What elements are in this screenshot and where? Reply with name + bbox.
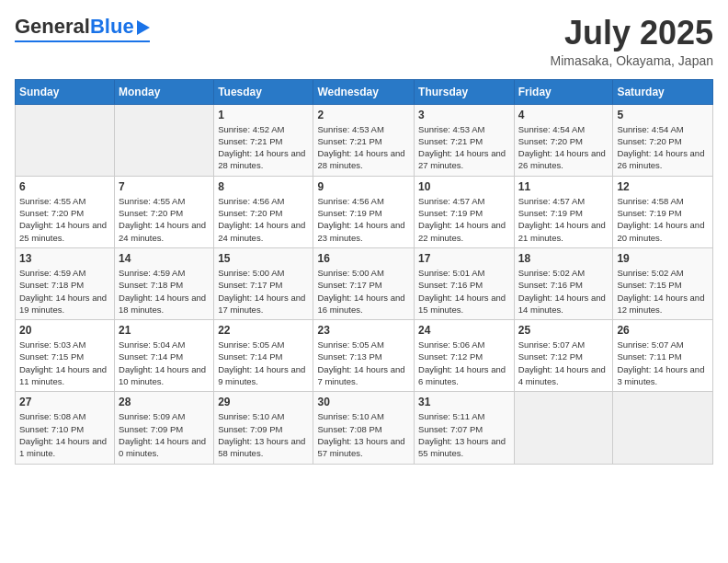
day-info: Sunrise: 5:10 AM Sunset: 7:09 PM Dayligh… xyxy=(218,410,309,459)
day-info: Sunrise: 4:54 AM Sunset: 7:20 PM Dayligh… xyxy=(518,123,609,172)
day-number: 4 xyxy=(518,109,609,121)
calendar-cell xyxy=(115,104,214,176)
calendar-cell: 8Sunrise: 4:56 AM Sunset: 7:20 PM Daylig… xyxy=(214,176,313,247)
day-info: Sunrise: 4:57 AM Sunset: 7:19 PM Dayligh… xyxy=(418,195,510,244)
day-number: 24 xyxy=(418,324,510,337)
day-number: 11 xyxy=(518,180,609,193)
day-info: Sunrise: 5:02 AM Sunset: 7:16 PM Dayligh… xyxy=(518,267,609,316)
calendar-cell: 22Sunrise: 5:05 AM Sunset: 7:14 PM Dayli… xyxy=(214,320,313,392)
header-row: SundayMondayTuesdayWednesdayThursdayFrid… xyxy=(16,79,713,104)
calendar-body: 1Sunrise: 4:52 AM Sunset: 7:21 PM Daylig… xyxy=(16,104,713,464)
day-info: Sunrise: 4:58 AM Sunset: 7:19 PM Dayligh… xyxy=(617,195,709,244)
calendar-cell: 16Sunrise: 5:00 AM Sunset: 7:17 PM Dayli… xyxy=(313,247,415,319)
day-info: Sunrise: 5:05 AM Sunset: 7:14 PM Dayligh… xyxy=(218,339,309,387)
logo-general-text: General xyxy=(15,15,90,39)
day-info: Sunrise: 5:02 AM Sunset: 7:15 PM Dayligh… xyxy=(617,267,709,316)
day-info: Sunrise: 4:59 AM Sunset: 7:18 PM Dayligh… xyxy=(19,267,110,316)
calendar-cell: 11Sunrise: 4:57 AM Sunset: 7:19 PM Dayli… xyxy=(514,176,613,247)
day-of-week-header: Tuesday xyxy=(214,79,313,104)
calendar-week-row: 20Sunrise: 5:03 AM Sunset: 7:15 PM Dayli… xyxy=(16,320,713,392)
calendar-cell: 29Sunrise: 5:10 AM Sunset: 7:09 PM Dayli… xyxy=(214,392,313,464)
day-number: 17 xyxy=(418,252,510,265)
day-number: 18 xyxy=(518,252,609,265)
title-area: July 2025 Mimasaka, Okayama, Japan xyxy=(551,15,713,68)
day-number: 30 xyxy=(317,396,410,408)
day-of-week-header: Saturday xyxy=(613,79,713,104)
calendar-cell: 18Sunrise: 5:02 AM Sunset: 7:16 PM Dayli… xyxy=(514,247,613,319)
day-of-week-header: Friday xyxy=(514,79,613,104)
calendar-cell xyxy=(16,104,115,176)
calendar-cell: 17Sunrise: 5:01 AM Sunset: 7:16 PM Dayli… xyxy=(415,247,515,319)
day-info: Sunrise: 5:00 AM Sunset: 7:17 PM Dayligh… xyxy=(218,267,309,316)
day-number: 10 xyxy=(418,180,510,193)
calendar-cell xyxy=(613,392,713,464)
day-info: Sunrise: 4:55 AM Sunset: 7:20 PM Dayligh… xyxy=(119,195,210,244)
day-info: Sunrise: 4:56 AM Sunset: 7:20 PM Dayligh… xyxy=(218,195,309,244)
day-info: Sunrise: 5:00 AM Sunset: 7:17 PM Dayligh… xyxy=(317,267,410,316)
day-info: Sunrise: 5:11 AM Sunset: 7:07 PM Dayligh… xyxy=(418,410,510,459)
calendar-cell: 4Sunrise: 4:54 AM Sunset: 7:20 PM Daylig… xyxy=(514,104,613,176)
calendar-week-row: 13Sunrise: 4:59 AM Sunset: 7:18 PM Dayli… xyxy=(16,247,713,319)
day-number: 14 xyxy=(119,252,210,265)
calendar-cell: 24Sunrise: 5:06 AM Sunset: 7:12 PM Dayli… xyxy=(415,320,515,392)
calendar-cell: 5Sunrise: 4:54 AM Sunset: 7:20 PM Daylig… xyxy=(613,104,713,176)
day-number: 7 xyxy=(119,180,210,193)
calendar-cell: 1Sunrise: 4:52 AM Sunset: 7:21 PM Daylig… xyxy=(214,104,313,176)
day-info: Sunrise: 4:53 AM Sunset: 7:21 PM Dayligh… xyxy=(317,123,410,172)
calendar-week-row: 1Sunrise: 4:52 AM Sunset: 7:21 PM Daylig… xyxy=(16,104,713,176)
day-info: Sunrise: 4:57 AM Sunset: 7:19 PM Dayligh… xyxy=(518,195,609,244)
day-info: Sunrise: 4:55 AM Sunset: 7:20 PM Dayligh… xyxy=(19,195,110,244)
day-number: 13 xyxy=(19,252,110,265)
day-number: 27 xyxy=(19,396,110,408)
day-number: 12 xyxy=(617,180,709,193)
calendar-cell: 2Sunrise: 4:53 AM Sunset: 7:21 PM Daylig… xyxy=(313,104,415,176)
day-of-week-header: Wednesday xyxy=(313,79,415,104)
calendar-cell: 30Sunrise: 5:10 AM Sunset: 7:08 PM Dayli… xyxy=(313,392,415,464)
calendar-header: SundayMondayTuesdayWednesdayThursdayFrid… xyxy=(16,79,713,104)
day-info: Sunrise: 5:07 AM Sunset: 7:11 PM Dayligh… xyxy=(617,339,709,387)
day-number: 5 xyxy=(617,109,709,121)
calendar-cell: 13Sunrise: 4:59 AM Sunset: 7:18 PM Dayli… xyxy=(16,247,115,319)
calendar-cell: 31Sunrise: 5:11 AM Sunset: 7:07 PM Dayli… xyxy=(415,392,515,464)
day-info: Sunrise: 5:10 AM Sunset: 7:08 PM Dayligh… xyxy=(317,410,410,459)
month-title: July 2025 xyxy=(551,15,713,52)
location-text: Mimasaka, Okayama, Japan xyxy=(551,53,713,68)
calendar-cell: 7Sunrise: 4:55 AM Sunset: 7:20 PM Daylig… xyxy=(115,176,214,247)
calendar-cell: 19Sunrise: 5:02 AM Sunset: 7:15 PM Dayli… xyxy=(613,247,713,319)
calendar-cell: 26Sunrise: 5:07 AM Sunset: 7:11 PM Dayli… xyxy=(613,320,713,392)
day-number: 1 xyxy=(218,109,309,121)
day-number: 15 xyxy=(218,252,309,265)
day-number: 2 xyxy=(317,109,410,121)
calendar-cell: 23Sunrise: 5:05 AM Sunset: 7:13 PM Dayli… xyxy=(313,320,415,392)
logo-arrow-icon xyxy=(137,20,150,35)
calendar-cell: 27Sunrise: 5:08 AM Sunset: 7:10 PM Dayli… xyxy=(16,392,115,464)
day-info: Sunrise: 4:59 AM Sunset: 7:18 PM Dayligh… xyxy=(119,267,210,316)
day-info: Sunrise: 4:53 AM Sunset: 7:21 PM Dayligh… xyxy=(418,123,510,172)
calendar-cell: 3Sunrise: 4:53 AM Sunset: 7:21 PM Daylig… xyxy=(415,104,515,176)
calendar-cell: 10Sunrise: 4:57 AM Sunset: 7:19 PM Dayli… xyxy=(415,176,515,247)
calendar-week-row: 6Sunrise: 4:55 AM Sunset: 7:20 PM Daylig… xyxy=(16,176,713,247)
day-number: 26 xyxy=(617,324,709,337)
day-number: 16 xyxy=(317,252,410,265)
logo: General Blue xyxy=(15,15,150,42)
day-number: 9 xyxy=(317,180,410,193)
calendar-week-row: 27Sunrise: 5:08 AM Sunset: 7:10 PM Dayli… xyxy=(16,392,713,464)
day-info: Sunrise: 5:08 AM Sunset: 7:10 PM Dayligh… xyxy=(19,410,110,459)
day-info: Sunrise: 5:01 AM Sunset: 7:16 PM Dayligh… xyxy=(418,267,510,316)
day-number: 21 xyxy=(119,324,210,337)
calendar-table: SundayMondayTuesdayWednesdayThursdayFrid… xyxy=(15,79,713,465)
calendar-cell: 6Sunrise: 4:55 AM Sunset: 7:20 PM Daylig… xyxy=(16,176,115,247)
day-number: 19 xyxy=(617,252,709,265)
calendar-cell: 15Sunrise: 5:00 AM Sunset: 7:17 PM Dayli… xyxy=(214,247,313,319)
day-number: 29 xyxy=(218,396,309,408)
calendar-cell: 21Sunrise: 5:04 AM Sunset: 7:14 PM Dayli… xyxy=(115,320,214,392)
day-number: 8 xyxy=(218,180,309,193)
logo-blue-text: Blue xyxy=(90,15,134,39)
calendar-cell: 14Sunrise: 4:59 AM Sunset: 7:18 PM Dayli… xyxy=(115,247,214,319)
day-info: Sunrise: 5:05 AM Sunset: 7:13 PM Dayligh… xyxy=(317,339,410,387)
calendar-cell: 20Sunrise: 5:03 AM Sunset: 7:15 PM Dayli… xyxy=(16,320,115,392)
logo-underline xyxy=(15,40,150,42)
day-number: 25 xyxy=(518,324,609,337)
day-info: Sunrise: 5:07 AM Sunset: 7:12 PM Dayligh… xyxy=(518,339,609,387)
calendar-cell: 9Sunrise: 4:56 AM Sunset: 7:19 PM Daylig… xyxy=(313,176,415,247)
